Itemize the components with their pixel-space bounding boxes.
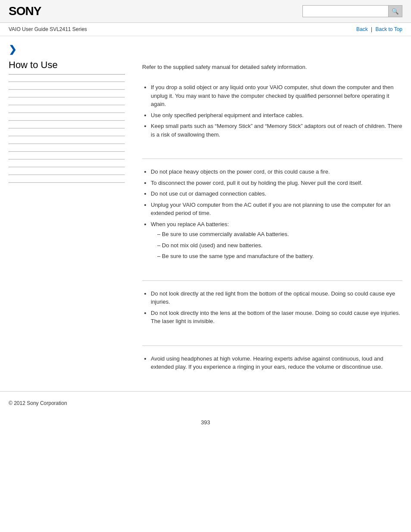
section-3: Do not look directly at the red light fr… (142, 289, 402, 333)
section-4-list: Avoid using headphones at high volume. H… (142, 355, 402, 371)
sidebar-line-7 (9, 128, 125, 129)
list-item: To disconnect the power cord, pull it ou… (151, 179, 402, 187)
sidebar-line-12 (9, 167, 125, 168)
section-divider-3 (142, 345, 402, 346)
section-divider-2 (142, 280, 402, 281)
sub-list-item: Be sure to use commercially available AA… (157, 230, 402, 239)
sidebar-line-5 (9, 112, 125, 113)
list-item: Do not look directly into the lens at th… (151, 309, 402, 326)
intro-text: Refer to the supplied safety manual for … (142, 64, 402, 70)
section-2: Do not place heavy objects on the power … (142, 168, 402, 268)
sidebar-line-11 (9, 159, 125, 160)
header: SONY 🔍 (0, 0, 411, 23)
section-2-list: Do not place heavy objects on the power … (142, 168, 402, 261)
list-item: Do not use cut or damaged connection cab… (151, 190, 402, 198)
copyright: © 2012 Sony Corporation (9, 400, 402, 406)
sidebar-line-2 (9, 89, 125, 90)
list-item: Use only specified peripheral equipment … (151, 111, 402, 120)
chevron-area: ❯ (0, 36, 411, 59)
section-3-list: Do not look directly at the red light fr… (142, 289, 402, 326)
sidebar-line-3 (9, 97, 125, 98)
list-item: Keep small parts such as “Memory Stick” … (151, 122, 402, 139)
sub-list-item: Do not mix old (used) and new batteries. (157, 241, 402, 250)
sidebar: How to Use (9, 59, 134, 391)
list-item: Do not place heavy objects on the power … (151, 168, 402, 176)
breadcrumb-left: VAIO User Guide SVL2411 Series (9, 26, 87, 32)
content-area: Refer to the supplied safety manual for … (134, 59, 402, 391)
back-link[interactable]: Back (356, 26, 368, 32)
footer: © 2012 Sony Corporation (0, 391, 411, 411)
breadcrumb-bar: VAIO User Guide SVL2411 Series Back | Ba… (0, 23, 411, 36)
sidebar-line-10 (9, 151, 125, 152)
sidebar-line-1 (9, 81, 125, 82)
list-item: If you drop a solid object or any liquid… (151, 83, 402, 109)
chevron-right-icon[interactable]: ❯ (9, 44, 16, 55)
back-to-top-link[interactable]: Back to Top (376, 26, 402, 32)
section-4: Avoid using headphones at high volume. H… (142, 355, 402, 378)
breadcrumb-separator: | (371, 26, 372, 32)
list-item: Do not look directly at the red light fr… (151, 289, 402, 306)
sony-logo: SONY (9, 4, 41, 18)
sidebar-line-14 (9, 182, 125, 183)
section-divider-1 (142, 159, 402, 159)
sidebar-line-8 (9, 136, 125, 137)
sidebar-line-9 (9, 143, 125, 144)
main-content: How to Use Refer to the supplied safety … (0, 59, 411, 391)
search-button[interactable]: 🔍 (389, 5, 402, 17)
sidebar-title: How to Use (9, 59, 125, 75)
section-1-list: If you drop a solid object or any liquid… (142, 83, 402, 139)
search-input[interactable] (302, 5, 389, 17)
section-1: If you drop a solid object or any liquid… (142, 83, 402, 146)
list-item: Avoid using headphones at high volume. H… (151, 355, 402, 371)
sidebar-line-13 (9, 174, 125, 175)
search-box: 🔍 (302, 5, 402, 17)
breadcrumb-right: Back | Back to Top (356, 26, 402, 32)
sub-list-item: Be sure to use the same type and manufac… (157, 252, 402, 261)
list-item-batteries: When you replace AA batteries: Be sure t… (151, 220, 402, 261)
search-icon: 🔍 (392, 8, 399, 15)
sidebar-line-6 (9, 120, 125, 121)
page-number: 393 (0, 411, 411, 430)
sub-list: Be sure to use commercially available AA… (151, 230, 402, 261)
sidebar-line-4 (9, 105, 125, 106)
list-item: Unplug your VAIO computer from the AC ou… (151, 201, 402, 218)
